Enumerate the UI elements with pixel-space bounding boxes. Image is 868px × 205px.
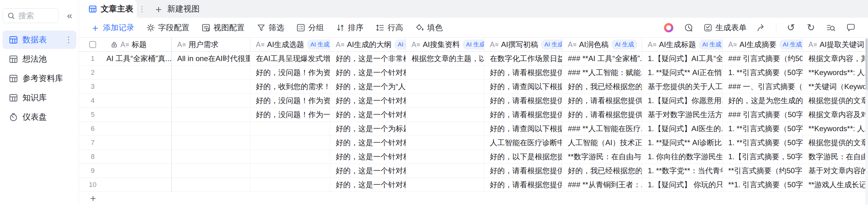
- cell-ai-title-row5[interactable]: 基于对数字游民生活方...: [642, 108, 723, 122]
- column-header-ai-outline[interactable]: A≡AI生成的大纲AI 生成: [330, 38, 406, 52]
- cell-ai-research-row3[interactable]: [406, 80, 484, 94]
- cell-ai-topic-row3[interactable]: 好的，收到您的需求！...: [250, 80, 330, 94]
- cell-user-need-row5[interactable]: [172, 108, 250, 122]
- cell-ai-title-row4[interactable]: 1.【疑问式】你愿意用...: [642, 94, 723, 107]
- redo-icon[interactable]: ↻: [806, 23, 816, 33]
- cell-ai-keywords-row2[interactable]: **Keywords**: 人工智...: [803, 66, 868, 79]
- column-header-ai-title[interactable]: A≡AI生成标题AI 生成: [642, 38, 723, 52]
- cell-ai-keywords-row3[interactable]: **关键词（Keywords）: [803, 80, 868, 94]
- cell-user-need-row7[interactable]: [172, 136, 250, 149]
- cell-ai-research-row1[interactable]: 根据您文章的主题，以...: [406, 52, 484, 65]
- row-number[interactable]: 7: [79, 139, 106, 147]
- cell-ai-summary-row1[interactable]: ### 引言式摘要（约50...: [723, 52, 803, 65]
- cell-ai-topic-row10[interactable]: [250, 178, 330, 192]
- fill-color-button[interactable]: 填色: [415, 23, 443, 33]
- history-icon[interactable]: [683, 23, 694, 33]
- cell-ai-title-row6[interactable]: 1.【疑问式】AI医生的...: [642, 122, 723, 136]
- share-icon[interactable]: [756, 23, 767, 33]
- cell-ai-outline-row1[interactable]: 好的，这是一个非常棒...: [330, 52, 406, 65]
- new-view-button[interactable]: ＋ 新建视图: [147, 0, 206, 18]
- cell-title-row8[interactable]: 8: [79, 150, 172, 164]
- cell-ai-draft-row9[interactable]: 好的，请看根据您提供...: [484, 164, 562, 178]
- sidebar-item-idea-pool[interactable]: 想法池: [2, 50, 76, 68]
- cell-ai-summary-row4[interactable]: 好的，这是为您生成的...: [723, 94, 803, 107]
- cell-ai-keywords-row4[interactable]: 根据您提供的文章内容...: [803, 94, 868, 107]
- row-number[interactable]: 1: [79, 55, 106, 63]
- cell-ai-research-row10[interactable]: [406, 178, 484, 192]
- cell-ai-polish-row2[interactable]: ### **人工智能：赋能...: [562, 66, 642, 79]
- add-record-button[interactable]: ＋ 添加记录: [90, 23, 134, 33]
- sidebar-item-datasheet[interactable]: 数据表 ⋮: [2, 31, 76, 49]
- cell-ai-outline-row3[interactable]: 好的，这是一个为“人...: [330, 80, 406, 94]
- cell-ai-outline-row7[interactable]: 好的，这是一个针对标...: [330, 136, 406, 149]
- search-in-table-icon[interactable]: [826, 23, 836, 33]
- column-header-ai-keywords[interactable]: A≡AI提取关键词AI 生成: [803, 38, 868, 52]
- comment-icon[interactable]: [845, 23, 856, 33]
- cell-user-need-row9[interactable]: [172, 164, 250, 178]
- cell-ai-research-row7[interactable]: [406, 136, 484, 149]
- cell-title-row7[interactable]: 7: [79, 136, 172, 149]
- sort-button[interactable]: 排序: [336, 23, 364, 33]
- cell-ai-outline-row2[interactable]: 好的，这是一个针对标...: [330, 66, 406, 79]
- sidebar-item-dashboard[interactable]: 仪表盘: [2, 108, 76, 126]
- cell-user-need-row3[interactable]: [172, 80, 250, 94]
- cell-title-row3[interactable]: 3: [79, 80, 172, 94]
- cell-ai-title-row3[interactable]: 基于您提供的关于人工...: [642, 80, 723, 94]
- tab-more-icon[interactable]: ⋮: [138, 5, 146, 13]
- cell-ai-summary-row3[interactable]: ### 一、引言式摘要（5...: [723, 80, 803, 94]
- cell-ai-outline-row4[interactable]: 好的，这是一个针对标...: [330, 94, 406, 107]
- cell-ai-research-row4[interactable]: [406, 94, 484, 107]
- cell-user-need-row6[interactable]: [172, 122, 250, 136]
- select-all-checkbox[interactable]: [89, 41, 96, 48]
- cell-ai-research-row5[interactable]: [406, 108, 484, 122]
- more-icon[interactable]: ⋮: [65, 35, 72, 44]
- column-header-ai-topic[interactable]: A≡AI生成选题AI 生成: [250, 38, 330, 52]
- cell-ai-polish-row4[interactable]: 好的，请看根据您提供...: [562, 94, 642, 107]
- cell-ai-topic-row7[interactable]: [250, 136, 330, 149]
- cell-title-row10[interactable]: 10: [79, 178, 172, 192]
- cell-ai-research-row2[interactable]: [406, 66, 484, 79]
- collapse-sidebar-icon[interactable]: «: [63, 9, 76, 22]
- cell-ai-topic-row6[interactable]: [250, 122, 330, 136]
- cell-ai-summary-row7[interactable]: 1. **引言式摘要（50字...: [723, 136, 803, 149]
- cell-ai-title-row7[interactable]: 1. **疑问式** AI诊断比...: [642, 136, 723, 149]
- cell-ai-topic-row1[interactable]: 在AI工具呈现爆发式增...: [250, 52, 330, 65]
- cell-user-need-row8[interactable]: [172, 150, 250, 164]
- cell-ai-outline-row10[interactable]: 好的，这是一个针对标...: [330, 178, 406, 192]
- cell-ai-title-row8[interactable]: 1. 你向往的数字游民生...: [642, 150, 723, 164]
- cell-ai-polish-row5[interactable]: 好的，请看根据您提供...: [562, 108, 642, 122]
- cell-ai-summary-row10[interactable]: **1. 引言式摘要（50字...: [723, 178, 803, 192]
- cell-ai-topic-row4[interactable]: 好的，没问题！作为资...: [250, 94, 330, 107]
- ai-assistant-icon[interactable]: [663, 23, 674, 33]
- cell-ai-outline-row5[interactable]: 好的，这是一个针对标...: [330, 108, 406, 122]
- cell-ai-keywords-row7[interactable]: 根据您提供的文章内容...: [803, 136, 868, 149]
- group-button[interactable]: 分组: [296, 23, 324, 33]
- cell-ai-polish-row1[interactable]: ### **AI 工具“全家桶”...: [562, 52, 642, 65]
- cell-user-need-row2[interactable]: [172, 66, 250, 79]
- cell-ai-keywords-row6[interactable]: **Keywords**: 人工智...: [803, 122, 868, 136]
- cell-ai-draft-row8[interactable]: 好的，以下是根据您提...: [484, 150, 562, 164]
- cell-ai-draft-row1[interactable]: 在数字化工作场景日益...: [484, 52, 562, 65]
- cell-title-row5[interactable]: 5: [79, 108, 172, 122]
- cell-ai-draft-row10[interactable]: 好的，请看根据您提供...: [484, 178, 562, 192]
- row-number[interactable]: 10: [79, 181, 106, 189]
- cell-ai-keywords-row1[interactable]: 根据文章内容，其核心...: [803, 52, 868, 65]
- cell-title-row6[interactable]: 6: [79, 122, 172, 136]
- cell-title-row2[interactable]: 2: [79, 66, 172, 79]
- cell-ai-draft-row5[interactable]: 好的，请看根据您提供...: [484, 108, 562, 122]
- cell-ai-outline-row6[interactable]: 好的，这是一个为标题 ...: [330, 122, 406, 136]
- cell-ai-summary-row5[interactable]: ### 引言式摘要（50字...: [723, 108, 803, 122]
- row-number[interactable]: 2: [79, 69, 106, 77]
- row-number[interactable]: 5: [79, 111, 106, 119]
- column-header-ai-draft[interactable]: A≡AI撰写初稿AI 生成: [484, 38, 562, 52]
- column-header-title[interactable]: A≡标题: [79, 38, 172, 52]
- cell-ai-draft-row3[interactable]: 好的，请查阅以下根据...: [484, 80, 562, 94]
- cell-ai-topic-row8[interactable]: [250, 150, 330, 164]
- cell-ai-draft-row4[interactable]: 好的，请看根据您提供...: [484, 94, 562, 107]
- cell-ai-title-row9[interactable]: 1. **数字党**：当代青年...: [642, 164, 723, 178]
- cell-ai-title-row2[interactable]: 1. **疑问式** AI正在悄...: [642, 66, 723, 79]
- cell-title-row1[interactable]: 1AI 工具“全家桶”真...: [79, 52, 172, 65]
- filter-button[interactable]: 筛选: [256, 23, 284, 33]
- row-number[interactable]: 3: [79, 82, 106, 91]
- undo-icon[interactable]: ↺: [786, 23, 796, 33]
